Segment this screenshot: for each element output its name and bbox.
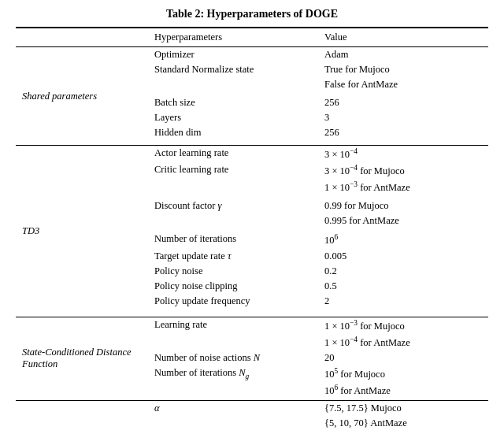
param-cell: Policy noise clipping xyxy=(148,279,318,294)
value-cell: 0.005 xyxy=(318,249,488,264)
section-label-shared: Shared parameters xyxy=(16,47,148,146)
param-cell xyxy=(148,179,318,195)
param-cell: Policy noise xyxy=(148,264,318,279)
param-cell: Policy update frequency xyxy=(148,294,318,309)
section-label-td3: TD3 xyxy=(16,146,148,317)
value-cell: 3 × 10−4 xyxy=(318,146,488,163)
table-row: TD3 Actor learning rate 3 × 10−4 xyxy=(16,146,488,163)
table-row: DOGE α {7.5, 17.5} Mujoco xyxy=(16,401,488,417)
value-cell: 1 × 10−3 for Mujoco xyxy=(318,317,488,334)
col-header-hyperparameters: Hyperparameters xyxy=(148,28,318,47)
param-cell: Learning rate xyxy=(148,317,318,334)
table-row: State-Conditioned Distance Function Lear… xyxy=(16,317,488,334)
value-cell: 0.5 xyxy=(318,279,488,294)
param-cell xyxy=(148,416,318,431)
value-cell: clipped to [1, 100] xyxy=(318,431,488,434)
param-cell: Standard Normalize state xyxy=(148,62,318,77)
param-cell: Batch size xyxy=(148,92,318,110)
value-cell: 2 xyxy=(318,294,488,309)
value-cell: 1 × 10−4 for AntMaze xyxy=(318,334,488,351)
value-cell: 3 × 10−4 for Mujoco xyxy=(318,162,488,179)
value-cell: 0.99 for Mujoco xyxy=(318,195,488,213)
value-cell: {5, 10, 70} AntMaze xyxy=(318,416,488,431)
param-cell: Number of noise actions N xyxy=(148,351,318,365)
param-cell: Optimizer xyxy=(148,47,318,63)
col-header-value: Value xyxy=(318,28,488,47)
param-cell: Hidden dim xyxy=(148,125,318,140)
value-cell: 1 × 10−3 for AntMaze xyxy=(318,179,488,195)
table-row: Shared parameters Optimizer Adam xyxy=(16,47,488,63)
param-cell: Target update rate τ xyxy=(148,249,318,264)
col-header-section xyxy=(16,28,148,47)
param-cell xyxy=(148,213,318,228)
value-cell: 106 for AntMaze xyxy=(318,382,488,401)
section-label-scdf: State-Conditioned Distance Function xyxy=(16,317,148,401)
param-cell: Actor learning rate xyxy=(148,146,318,163)
table-title: Table 2: Hyperparameters of DOGE xyxy=(16,8,488,20)
param-cell: Number of iterations xyxy=(148,228,318,248)
value-cell: 0.995 for AntMaze xyxy=(318,213,488,228)
table-header-row: Hyperparameters Value xyxy=(16,28,488,47)
value-cell: 20 xyxy=(318,351,488,365)
value-cell: {7.5, 17.5} Mujoco xyxy=(318,401,488,417)
value-cell: 3 xyxy=(318,110,488,125)
param-cell: Number of iterations Ng xyxy=(148,365,318,382)
value-cell: 0.2 xyxy=(318,264,488,279)
value-cell: Adam xyxy=(318,47,488,63)
hyperparameters-table: Hyperparameters Value Shared parameters … xyxy=(16,27,488,434)
param-cell: Layers xyxy=(148,110,318,125)
param-cell xyxy=(148,431,318,434)
param-cell: α xyxy=(148,401,318,417)
param-cell: Critic learning rate xyxy=(148,162,318,179)
param-cell xyxy=(148,77,318,92)
value-cell: 106 xyxy=(318,228,488,248)
param-cell xyxy=(148,382,318,401)
param-cell: Discount factor γ xyxy=(148,195,318,213)
param-cell xyxy=(148,334,318,351)
value-cell: 256 xyxy=(318,92,488,110)
value-cell: False for AntMaze xyxy=(318,77,488,92)
table-container: Table 2: Hyperparameters of DOGE Hyperpa… xyxy=(16,8,488,434)
section-label-doge: DOGE xyxy=(16,401,148,434)
value-cell: 256 xyxy=(318,125,488,140)
value-cell: True for Mujoco xyxy=(318,62,488,77)
value-cell: 105 for Mujoco xyxy=(318,365,488,382)
